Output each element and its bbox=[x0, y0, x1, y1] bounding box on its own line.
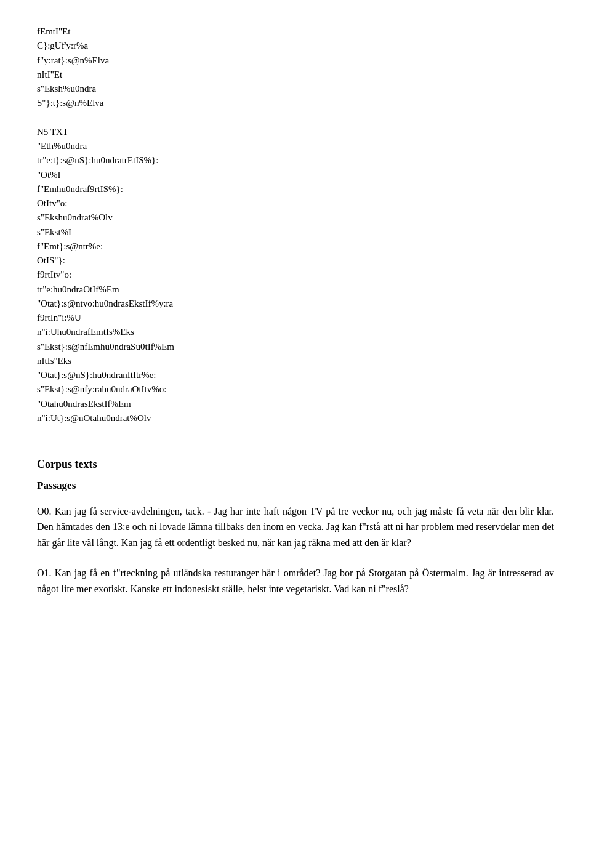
passage-o0-text: Kan jag få service-avdelningen, tack. - … bbox=[37, 506, 554, 548]
passages-heading: Passages bbox=[37, 478, 554, 494]
passage-o1: O1. Kan jag få en f"rteckning på utländs… bbox=[37, 565, 554, 597]
coded-text-block: fEmtI"Et C}:gUf'y:r%a f"y:rat}:s@n%Elva … bbox=[37, 25, 554, 425]
corpus-texts-heading: Corpus texts bbox=[37, 456, 554, 473]
page-container: fEmtI"Et C}:gUf'y:r%a f"y:rat}:s@n%Elva … bbox=[0, 0, 591, 868]
passage-o1-id: O1. bbox=[37, 568, 52, 578]
passage-o0-id: O0. bbox=[37, 506, 52, 516]
passage-o1-text: Kan jag få en f"rteckning på utländska r… bbox=[37, 568, 554, 594]
passage-o0: O0. Kan jag få service-avdelningen, tack… bbox=[37, 504, 554, 551]
